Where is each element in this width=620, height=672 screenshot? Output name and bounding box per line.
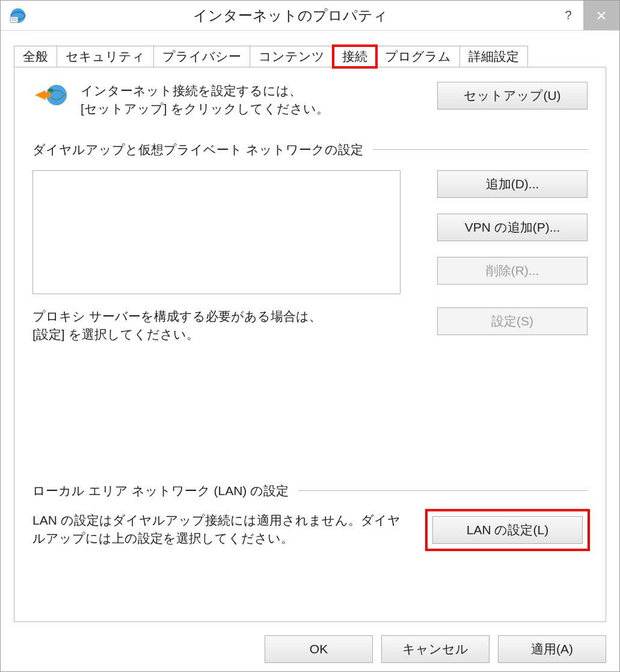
remove-button: 削除(R)... — [437, 257, 588, 285]
svg-rect-2 — [10, 16, 18, 22]
dialup-area: 追加(D)... VPN の追加(P)... 削除(R)... — [32, 170, 588, 294]
dialup-settings-button: 設定(S) — [437, 307, 588, 335]
lan-row: LAN の設定はダイヤルアップ接続には適用されません。ダイヤルアップには上の設定… — [32, 511, 588, 549]
add-button[interactable]: 追加(D)... — [437, 170, 588, 198]
proxy-instruction: プロキシ サーバーを構成する必要がある場合は、 [設定] を選択してください。 — [32, 307, 322, 344]
proxy-line2: [設定] を選択してください。 — [32, 325, 322, 344]
ok-button[interactable]: OK — [265, 635, 373, 663]
window-title: インターネットのプロパティ — [27, 6, 553, 25]
internet-properties-dialog: インターネットのプロパティ ? 全般 セキュリティ プライバシー コンテンツ 接… — [0, 0, 620, 672]
apply-button[interactable]: 適用(A) — [498, 635, 606, 663]
tab-panel-connections: インターネット接続を設定するには、 [セットアップ] をクリックしてください。 … — [14, 67, 606, 622]
tab-programs[interactable]: プログラム — [376, 46, 460, 67]
divider — [373, 149, 588, 150]
titlebar-controls: ? — [553, 1, 619, 30]
dialup-section-label: ダイヤルアップと仮想プライベート ネットワークの設定 — [32, 141, 588, 158]
setup-row: インターネット接続を設定するには、 [セットアップ] をクリックしてください。 … — [32, 82, 588, 119]
internet-options-icon — [9, 7, 27, 25]
tab-general[interactable]: 全般 — [14, 46, 57, 67]
proxy-line1: プロキシ サーバーを構成する必要がある場合は、 — [32, 307, 322, 325]
tab-strip: 全般 セキュリティ プライバシー コンテンツ 接続 プログラム 詳細設定 — [1, 31, 619, 67]
dialog-footer: OK キャンセル 適用(A) — [1, 629, 619, 671]
divider — [298, 490, 588, 491]
dialup-section-text: ダイヤルアップと仮想プライベート ネットワークの設定 — [32, 141, 363, 158]
tab-content[interactable]: コンテンツ — [250, 46, 334, 67]
tab-advanced[interactable]: 詳細設定 — [459, 46, 528, 67]
tab-privacy[interactable]: プライバシー — [153, 46, 250, 67]
setup-instruction-line2: [セットアップ] をクリックしてください。 — [81, 100, 329, 118]
titlebar: インターネットのプロパティ ? — [1, 1, 619, 31]
connection-wizard-icon — [32, 82, 69, 109]
cancel-button[interactable]: キャンセル — [381, 635, 490, 663]
lan-section: ローカル エリア ネットワーク (LAN) の設定 LAN の設定はダイヤルアッ… — [32, 482, 588, 549]
tab-connections[interactable]: 接続 — [333, 46, 376, 67]
setup-instruction: インターネット接続を設定するには、 [セットアップ] をクリックしてください。 — [81, 82, 329, 119]
dialup-buttons: 追加(D)... VPN の追加(P)... 削除(R)... — [401, 170, 588, 294]
dialup-listbox[interactable] — [32, 170, 401, 294]
help-button[interactable]: ? — [553, 1, 583, 30]
setup-button[interactable]: セットアップ(U) — [437, 82, 588, 109]
close-button[interactable] — [583, 1, 619, 30]
tab-security[interactable]: セキュリティ — [57, 46, 154, 67]
lan-settings-button[interactable]: LAN の設定(L) — [432, 516, 583, 544]
lan-note: LAN の設定はダイヤルアップ接続には適用されません。ダイヤルアップには上の設定… — [32, 511, 405, 548]
lan-section-label: ローカル エリア ネットワーク (LAN) の設定 — [32, 482, 588, 499]
setup-instruction-line1: インターネット接続を設定するには、 — [81, 82, 329, 100]
add-vpn-button[interactable]: VPN の追加(P)... — [437, 214, 588, 241]
lan-button-highlight: LAN の設定(L) — [428, 511, 588, 549]
proxy-row: プロキシ サーバーを構成する必要がある場合は、 [設定] を選択してください。 … — [32, 307, 588, 344]
lan-section-text: ローカル エリア ネットワーク (LAN) の設定 — [32, 482, 289, 499]
